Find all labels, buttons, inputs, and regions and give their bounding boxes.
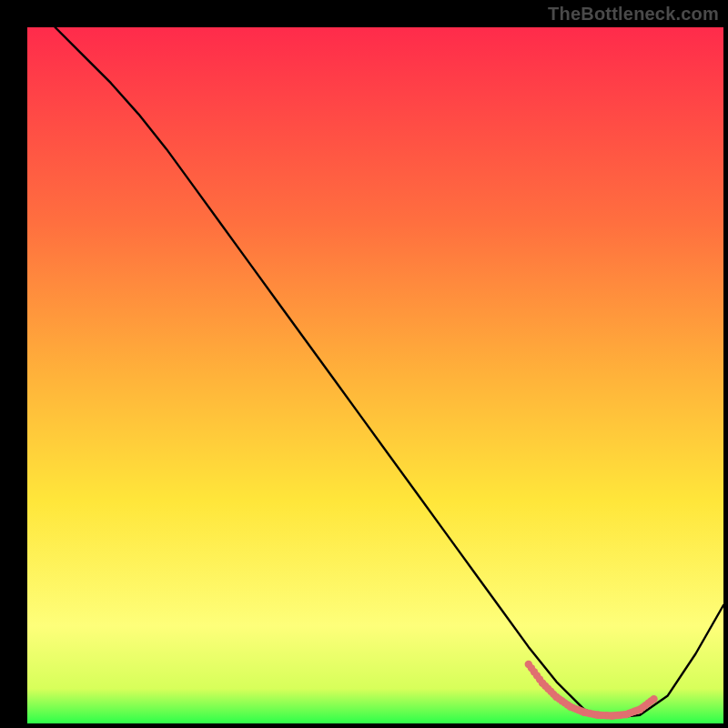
plot-background (27, 27, 723, 723)
chart-svg (0, 0, 728, 728)
watermark-text: TheBottleneck.com (548, 4, 719, 25)
optimal-range-dot (650, 695, 657, 703)
bottleneck-chart: TheBottleneck.com (0, 0, 728, 728)
